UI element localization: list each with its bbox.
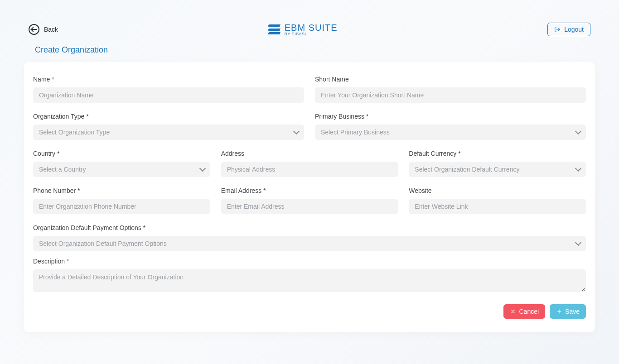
default-currency-label: Default Currency * <box>409 150 586 157</box>
logout-button[interactable]: Logout <box>547 23 590 36</box>
country-label: Country * <box>33 150 210 157</box>
back-label: Back <box>44 26 58 33</box>
primary-business-label: Primary Business * <box>315 113 586 120</box>
close-icon <box>510 308 516 315</box>
plus-icon <box>556 308 562 315</box>
description-label: Description * <box>33 258 586 265</box>
description-textarea[interactable] <box>33 269 586 292</box>
phone-input[interactable] <box>33 199 210 214</box>
phone-label: Phone Number * <box>33 187 210 194</box>
cancel-button[interactable]: Cancel <box>503 304 545 319</box>
brand-main-text: EBM SUITE <box>285 23 338 32</box>
page-title: Create Organization <box>35 45 595 55</box>
address-label: Address <box>221 150 398 157</box>
email-label: Email Address * <box>221 187 398 194</box>
save-label: Save <box>565 308 580 315</box>
default-currency-select[interactable]: Select Organization Default Currency <box>409 162 586 177</box>
name-input[interactable] <box>33 87 304 103</box>
org-type-select[interactable]: Select Organization Type <box>33 125 304 140</box>
back-arrow-icon <box>29 24 39 35</box>
form-card: Name * Short Name Organization Type * Se… <box>24 62 595 332</box>
short-name-input[interactable] <box>315 87 586 103</box>
payment-options-label: Organization Default Payment Options * <box>33 224 586 231</box>
payment-options-select[interactable]: Select Organization Default Payment Opti… <box>33 236 586 251</box>
brand-logo-icon <box>268 24 280 34</box>
save-button[interactable]: Save <box>550 304 586 319</box>
logout-label: Logout <box>564 26 584 33</box>
address-input[interactable] <box>221 162 398 177</box>
country-select[interactable]: Select a Country <box>33 162 210 177</box>
brand-sub-text: BY SIBASI <box>285 32 338 36</box>
name-label: Name * <box>33 76 304 83</box>
topbar: Back EBM SUITE BY SIBASI Logout <box>24 0 595 45</box>
brand-logo: EBM SUITE BY SIBASI <box>268 23 338 36</box>
short-name-label: Short Name <box>315 76 586 83</box>
back-button[interactable]: Back <box>29 24 58 35</box>
cancel-label: Cancel <box>519 308 539 315</box>
form-actions: Cancel Save <box>33 304 586 319</box>
primary-business-select[interactable]: Select Primary Business <box>315 125 586 140</box>
email-input[interactable] <box>221 199 398 214</box>
org-type-label: Organization Type * <box>33 113 304 120</box>
website-input[interactable] <box>409 199 586 214</box>
logout-icon <box>554 26 561 33</box>
website-label: Website <box>409 187 586 194</box>
